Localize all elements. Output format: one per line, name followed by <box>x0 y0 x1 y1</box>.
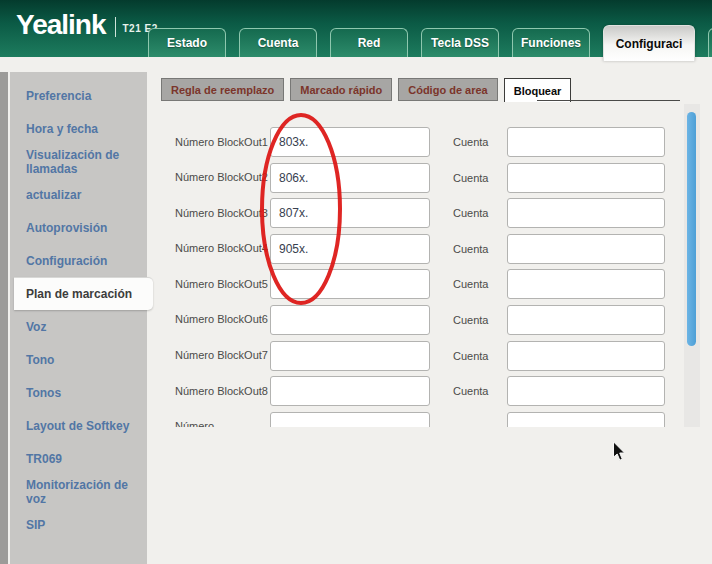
sidebar-item-sip[interactable]: SIP <box>10 508 147 541</box>
blockout6-input[interactable] <box>270 305 430 335</box>
sidebar-item-plan-de-marcacion[interactable]: Plan de marcación <box>14 277 153 310</box>
blockout6-account-input[interactable] <box>507 305 665 335</box>
form-row-blockout4: Número BlockOut4 Cuenta <box>160 234 680 264</box>
cuenta-label: Cuenta <box>453 243 505 255</box>
blockout8-account-input[interactable] <box>507 376 665 406</box>
sidebar-item-preferencia[interactable]: Preferencia <box>10 79 147 112</box>
blockout2-input[interactable] <box>270 163 430 193</box>
blockout7-input[interactable] <box>270 341 430 371</box>
blockout3-label: Número BlockOut3 <box>175 207 270 220</box>
blockout1-account-input[interactable] <box>507 127 665 157</box>
sidebar: Preferencia Hora y fecha Visualización d… <box>10 72 147 564</box>
blockout2-account-input[interactable] <box>507 163 665 193</box>
form-row-blockout2: Número BlockOut2 Cuenta <box>160 163 680 193</box>
blockout5-input[interactable] <box>270 269 430 299</box>
tab-cuenta[interactable]: Cuenta <box>239 28 317 57</box>
form-row-blockout1: Número BlockOut1 Cuenta <box>160 127 680 157</box>
blockout9-account-input[interactable] <box>507 412 665 427</box>
blockout7-label: Número BlockOut7 <box>175 349 270 362</box>
blockout9-label: Número <box>175 420 270 427</box>
sidebar-item-tonos[interactable]: Tonos <box>10 376 147 409</box>
sidebar-item-configuracion[interactable]: Configuración <box>10 244 147 277</box>
blockout2-label: Número BlockOut2 <box>175 171 270 184</box>
scrollbar-thumb[interactable] <box>687 112 696 346</box>
main-tab-bar: Estado Cuenta Red Tecla DSS Funciones Co… <box>148 25 712 57</box>
subtab-regla-de-reemplazo[interactable]: Regla de reemplazo <box>161 78 284 101</box>
subtab-bar: Regla de reemplazo Marcado rápido Código… <box>161 78 571 102</box>
sidebar-item-hora-y-fecha[interactable]: Hora y fecha <box>10 112 147 145</box>
sidebar-item-actualizar[interactable]: actualizar <box>10 178 147 211</box>
tab-estado[interactable]: Estado <box>148 28 226 57</box>
blockout-form: Número BlockOut1 Cuenta Número BlockOut2… <box>160 110 680 427</box>
subtab-bloquear[interactable]: Bloquear <box>504 78 572 102</box>
tab-red[interactable]: Red <box>330 28 408 57</box>
tab-tecla-dss[interactable]: Tecla DSS <box>421 28 499 57</box>
cuenta-label: Cuenta <box>453 314 505 326</box>
sidebar-item-layout-de-softkey[interactable]: Layout de Softkey <box>10 409 147 442</box>
sidebar-item-visualizacion-de-llamadas[interactable]: Visualización de llamadas <box>10 145 147 178</box>
sidebar-item-voz[interactable]: Voz <box>10 310 147 343</box>
blockout3-account-input[interactable] <box>507 198 665 228</box>
blockout7-account-input[interactable] <box>507 341 665 371</box>
cuenta-label: Cuenta <box>453 172 505 184</box>
subtab-codigo-de-area[interactable]: Código de area <box>398 78 497 101</box>
sidebar-item-tr069[interactable]: TR069 <box>10 442 147 475</box>
logo-divider <box>115 17 116 37</box>
cuenta-label: Cuenta <box>453 278 505 290</box>
tab-funciones[interactable]: Funciones <box>512 28 590 57</box>
blockout6-label: Número BlockOut6 <box>175 313 270 326</box>
cuenta-label: Cuenta <box>453 385 505 397</box>
header-bar: Yealink T21 E2 Estado Cuenta Red Tecla D… <box>0 0 712 57</box>
blockout9-input[interactable] <box>270 412 430 427</box>
form-row-blockout8: Número BlockOut8 Cuenta <box>160 376 680 406</box>
tab-configuracion[interactable]: Configuraci <box>603 25 695 61</box>
blockout1-input[interactable] <box>270 127 430 157</box>
form-row-blockout3: Número BlockOut3 Cuenta <box>160 198 680 228</box>
mouse-cursor <box>612 441 628 463</box>
subtab-underline <box>537 100 680 101</box>
blockout5-label: Número BlockOut5 <box>175 278 270 291</box>
sidebar-item-autoprovision[interactable]: Autoprovisión <box>10 211 147 244</box>
subtab-marcado-rapido[interactable]: Marcado rápido <box>290 78 392 101</box>
blockout8-input[interactable] <box>270 376 430 406</box>
form-row-blockout6: Número BlockOut6 Cuenta <box>160 305 680 335</box>
blockout4-input[interactable] <box>270 234 430 264</box>
form-row-blockout7: Número BlockOut7 Cuenta <box>160 341 680 371</box>
left-edge-strip <box>0 72 8 564</box>
sidebar-item-monitorizacion-de-voz[interactable]: Monitorización de voz <box>10 475 147 508</box>
tab-partial-clipped[interactable] <box>708 28 712 57</box>
blockout8-label: Número BlockOut8 <box>175 385 270 398</box>
brand: Yealink T21 E2 <box>16 9 158 41</box>
blockout3-input[interactable] <box>270 198 430 228</box>
blockout4-label: Número BlockOut4 <box>175 242 270 255</box>
cuenta-label: Cuenta <box>453 350 505 362</box>
yealink-logo: Yealink <box>16 9 106 41</box>
blockout4-account-input[interactable] <box>507 234 665 264</box>
cuenta-label: Cuenta <box>453 136 505 148</box>
blockout1-label: Número BlockOut1 <box>175 136 270 149</box>
form-row-blockout9-clipped: Número <box>160 412 680 427</box>
cuenta-label: Cuenta <box>453 207 505 219</box>
sidebar-item-tono[interactable]: Tono <box>10 343 147 376</box>
form-row-blockout5: Número BlockOut5 Cuenta <box>160 269 680 299</box>
blockout5-account-input[interactable] <box>507 269 665 299</box>
